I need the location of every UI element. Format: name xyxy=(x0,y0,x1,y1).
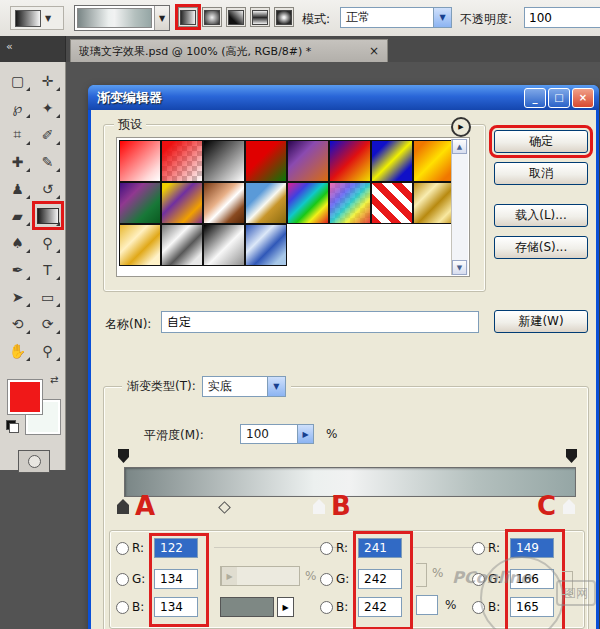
radio-a-b[interactable] xyxy=(116,601,129,614)
rectangular-marquee-tool[interactable]: ▢ xyxy=(3,67,33,94)
zoom-tool[interactable]: ⚲ xyxy=(33,337,63,364)
label-c-r: R: xyxy=(488,541,500,555)
path-selection-tool[interactable]: ➤ xyxy=(3,283,33,310)
dialog-titlebar[interactable]: 渐变编辑器 _ □ × xyxy=(88,85,599,110)
quick-mask-button[interactable] xyxy=(18,450,50,473)
gradient-preset-swatch-6[interactable] xyxy=(329,140,371,182)
gradient-tool[interactable] xyxy=(33,202,63,229)
default-colors-icon[interactable] xyxy=(6,420,19,433)
gradient-name-input[interactable] xyxy=(161,311,479,333)
gradient-preset-swatch-11[interactable] xyxy=(203,182,245,224)
gradient-preset-swatch-16[interactable] xyxy=(413,182,455,224)
radio-a-r[interactable] xyxy=(116,542,129,555)
color-stop-a[interactable] xyxy=(117,499,129,514)
move-tool[interactable]: ✛ xyxy=(33,67,63,94)
rotate-3d-tool[interactable]: ⟲ xyxy=(3,310,33,337)
midpoint-diamond[interactable] xyxy=(218,501,231,514)
healing-brush-tool[interactable]: ✚ xyxy=(3,148,33,175)
scroll-up-button[interactable]: ▲ xyxy=(452,139,467,154)
diamond-gradient-button[interactable] xyxy=(274,7,294,27)
gradient-type-row: 渐变类型(T): 实底 ▼ xyxy=(122,376,291,397)
close-button[interactable]: × xyxy=(572,88,594,108)
blur-tool[interactable]: ♠ xyxy=(3,229,33,256)
eyedropper-tool[interactable]: ✐ xyxy=(33,121,63,148)
label-b-g: G: xyxy=(336,572,349,586)
save-button[interactable]: 存储(S)... xyxy=(494,236,588,259)
reflected-gradient-button[interactable] xyxy=(250,7,270,27)
type-tool-icon: T xyxy=(43,262,52,278)
opacity-input[interactable] xyxy=(524,7,600,28)
radio-c-b[interactable] xyxy=(472,601,485,614)
radio-c-g[interactable] xyxy=(472,573,485,586)
switch-colors-icon[interactable]: ⇄ xyxy=(50,374,58,385)
gradient-preset-swatch-12[interactable] xyxy=(245,182,287,224)
angle-gradient-button[interactable] xyxy=(226,7,246,27)
load-button[interactable]: 载入(L)... xyxy=(494,204,588,227)
ok-button[interactable]: 确定 xyxy=(494,130,588,153)
mode-select[interactable]: 正常 ▼ xyxy=(340,7,452,28)
magic-wand-tool[interactable]: ✦ xyxy=(33,94,63,121)
smoothness-spinner[interactable]: 100 ▶ xyxy=(240,424,314,444)
tool-preset-picker[interactable]: ▼ xyxy=(10,6,64,30)
rotate-3d-tool-icon: ⟲ xyxy=(12,316,24,332)
hand-tool[interactable]: ✋ xyxy=(3,337,33,364)
close-tab-icon[interactable]: × xyxy=(369,44,379,58)
dodge-tool[interactable]: ⚲ xyxy=(33,229,63,256)
radio-a-g[interactable] xyxy=(116,573,129,586)
gradient-preset-swatch-19[interactable] xyxy=(203,224,245,266)
eraser-tool[interactable]: ▰ xyxy=(3,202,33,229)
minimize-button[interactable]: _ xyxy=(524,88,546,108)
clone-stamp-tool[interactable]: ♟ xyxy=(3,175,33,202)
gradient-preset-swatch-20[interactable] xyxy=(245,224,287,266)
gradient-preset-swatch-14[interactable] xyxy=(329,182,371,224)
color-stop-b[interactable] xyxy=(313,499,325,514)
gradient-preset-swatch-4[interactable] xyxy=(245,140,287,182)
opacity-stop-left[interactable] xyxy=(118,449,129,463)
orbit-3d-tool[interactable]: ⟳ xyxy=(33,310,63,337)
gradient-preset-swatch-5[interactable] xyxy=(287,140,329,182)
gradient-preset-swatch-10[interactable] xyxy=(161,182,203,224)
location-field[interactable] xyxy=(416,595,438,615)
gradient-preview-picker[interactable]: ▼ xyxy=(74,5,170,31)
gradient-preset-swatch-8[interactable] xyxy=(413,140,455,182)
gradient-type-select[interactable]: 实底 ▼ xyxy=(202,376,286,397)
gradient-preset-swatch-1[interactable] xyxy=(119,140,161,182)
tool-grid: ▢✛℘✦⌗✐✚✎♟↺▰♠⚲✒T➤▭⟲⟳✋⚲ xyxy=(0,62,65,364)
scroll-down-button[interactable]: ▼ xyxy=(452,260,467,275)
cancel-button[interactable]: 取消 xyxy=(494,162,588,185)
preset-swatch-area: ▲ ▼ xyxy=(116,137,470,277)
type-tool[interactable]: T xyxy=(33,256,63,283)
presets-scrollbar[interactable]: ▲ ▼ xyxy=(451,139,468,275)
foreground-color-swatch[interactable] xyxy=(8,380,42,414)
new-button[interactable]: 新建(W) xyxy=(494,310,588,333)
crop-tool[interactable]: ⌗ xyxy=(3,121,33,148)
gradient-preset-swatch-13[interactable] xyxy=(287,182,329,224)
radial-gradient-button[interactable] xyxy=(202,7,222,27)
gradient-preset-swatch-17[interactable] xyxy=(119,224,161,266)
gradient-preset-swatch-18[interactable] xyxy=(161,224,203,266)
gradient-preset-swatch-3[interactable] xyxy=(203,140,245,182)
radio-c-r[interactable] xyxy=(472,542,485,555)
opacity-stop-right[interactable] xyxy=(566,449,577,463)
pen-tool[interactable]: ✒ xyxy=(3,256,33,283)
linear-gradient-button[interactable] xyxy=(178,7,198,27)
radio-b-r[interactable] xyxy=(320,542,333,555)
brush-tool[interactable]: ✎ xyxy=(33,148,63,175)
lasso-tool-icon: ℘ xyxy=(13,100,23,116)
color-stop-c[interactable] xyxy=(563,499,575,514)
history-brush-tool[interactable]: ↺ xyxy=(33,175,63,202)
presets-menu-button[interactable]: ▶ xyxy=(451,117,471,137)
radio-b-g[interactable] xyxy=(320,573,333,586)
toolbox-collapse-button[interactable]: « xyxy=(0,36,66,62)
gradient-preset-swatch-2[interactable] xyxy=(161,140,203,182)
gradient-preset-swatch-9[interactable] xyxy=(119,182,161,224)
radio-b-b[interactable] xyxy=(320,601,333,614)
stop-color-menu-button[interactable]: ▶ xyxy=(277,597,294,617)
lasso-tool[interactable]: ℘ xyxy=(3,94,33,121)
shape-tool[interactable]: ▭ xyxy=(33,283,63,310)
document-tab[interactable]: 玻璃文字效果.psd @ 100% (高光, RGB/8#) * × xyxy=(70,39,388,62)
stop-color-chip[interactable] xyxy=(220,597,274,617)
maximize-button[interactable]: □ xyxy=(548,88,570,108)
gradient-preset-swatch-7[interactable] xyxy=(371,140,413,182)
gradient-preset-swatch-15[interactable] xyxy=(371,182,413,224)
